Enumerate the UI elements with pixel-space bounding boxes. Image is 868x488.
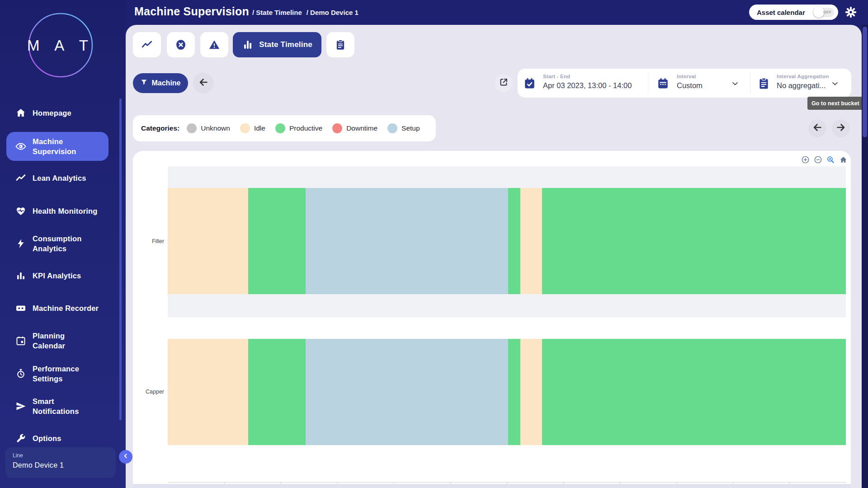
sidebar-item-planning-calendar[interactable]: Planning Calendar <box>0 325 118 356</box>
sidebar-item-label: Performance Settings <box>33 364 79 384</box>
segment-capper-productive[interactable] <box>542 339 846 445</box>
back-button[interactable] <box>193 73 214 94</box>
open-external-button[interactable] <box>495 74 513 92</box>
sidebar-collapse-button[interactable] <box>119 450 132 464</box>
wrench-icon <box>15 433 26 444</box>
heart-pulse-icon <box>15 206 26 216</box>
previous-bucket-button[interactable] <box>808 119 826 137</box>
sidebar-item-health-monitoring[interactable]: Health Monitoring <box>0 202 118 220</box>
tab-state-timeline[interactable]: State Timeline <box>233 32 321 57</box>
sidebar-item-performance-settings[interactable]: Performance Settings <box>0 358 118 389</box>
clipboard-list-icon <box>757 77 770 90</box>
sidebar-item-label: Options <box>33 433 61 443</box>
timeline-bars-icon <box>242 39 254 51</box>
legend-item-productive[interactable]: Productive <box>275 123 326 133</box>
chart-horizontal-scrollbar[interactable] <box>133 484 851 488</box>
legend-item-setup[interactable]: Setup <box>387 123 424 133</box>
interval-value: Custom <box>677 81 703 90</box>
gear-icon[interactable] <box>844 6 857 19</box>
page-scrollbar[interactable] <box>862 25 868 488</box>
segment-filler-productive[interactable] <box>508 188 521 294</box>
legend-color-dot <box>275 123 285 133</box>
device-panel-label: Line <box>13 452 108 459</box>
page-scrollbar-thumb[interactable] <box>863 27 867 137</box>
trend-icon <box>141 39 153 51</box>
segment-capper-idle[interactable] <box>520 339 542 445</box>
sidebar-item-smart-notifications[interactable]: Smart Notifications <box>0 391 118 422</box>
asset-calendar-toggle[interactable]: Asset calendar OFF <box>749 5 838 20</box>
chevron-down-icon <box>731 79 740 88</box>
tab-stops[interactable] <box>167 32 195 57</box>
machine-filter-button[interactable]: Machine <box>133 73 188 93</box>
segment-filler-productive[interactable] <box>542 188 846 294</box>
sidebar-item-label: Planning Calendar <box>33 331 65 351</box>
breadcrumb-segment[interactable]: / State Timeline <box>252 9 302 16</box>
legend-color-dot <box>387 123 397 133</box>
legend-item-label: Idle <box>254 124 265 132</box>
categories-legend: Categories: Unknown Idle Productive Down… <box>133 115 436 141</box>
sidebar-item-label: Lean Analytics <box>33 173 86 183</box>
clipboard-icon <box>335 39 346 51</box>
next-bucket-button[interactable] <box>832 119 850 137</box>
interval-select[interactable]: Interval Custom <box>648 69 750 98</box>
segment-filler-idle[interactable] <box>520 188 542 294</box>
sidebar-item-label: Machine Supervision <box>33 136 76 156</box>
legend-item-label: Unknown <box>201 124 230 132</box>
legend-color-dot <box>240 123 250 133</box>
sidebar-item-label: Consumption Analytics <box>33 234 82 253</box>
sidebar-scrollbar[interactable] <box>119 99 122 420</box>
device-panel-value: Demo Device 1 <box>13 461 108 469</box>
zoom-out-icon[interactable] <box>814 155 822 164</box>
start-end-label: Start - End <box>543 74 570 79</box>
content-area: State Timeline Machine Start - End Apr 0… <box>126 25 862 488</box>
segment-capper-idle[interactable] <box>168 339 248 445</box>
start-end-picker[interactable]: Start - End Apr 03 2023, 13:00 - 14:00 <box>518 69 648 98</box>
calendar-icon <box>15 335 26 346</box>
arrow-right-icon <box>835 122 846 135</box>
device-panel[interactable]: Line Demo Device 1 <box>5 447 116 478</box>
sidebar-item-label: Smart Notifications <box>33 396 79 416</box>
chart-toolbar <box>801 155 848 164</box>
cassette-icon <box>15 303 26 314</box>
legend-item-downtime[interactable]: Downtime <box>332 123 382 133</box>
legend-item-label: Setup <box>401 124 420 132</box>
legend-title: Categories: <box>141 124 179 132</box>
sidebar-item-lean-analytics[interactable]: Lean Analytics <box>0 169 118 187</box>
external-link-icon <box>499 77 509 89</box>
warning-icon <box>208 39 220 51</box>
chevron-left-icon <box>122 452 129 461</box>
sidebar-item-kpi-analytics[interactable]: KPI Analytics <box>0 267 118 285</box>
sidebar-item-consumption-analytics[interactable]: Consumption Analytics <box>0 228 118 259</box>
tab-trend[interactable] <box>133 32 161 57</box>
tab-report[interactable] <box>326 32 354 57</box>
sidebar-item-machine-supervision[interactable]: Machine Supervision <box>6 132 108 161</box>
legend-item-unknown[interactable]: Unknown <box>187 123 234 133</box>
breadcrumb-segment[interactable]: / Demo Device 1 <box>307 9 359 16</box>
sidebar-item-label: Health Monitoring <box>33 206 98 216</box>
stopwatch-icon <box>15 368 26 379</box>
reset-home-icon[interactable] <box>839 155 848 164</box>
zoom-in-icon[interactable] <box>801 155 810 164</box>
timeline-plot[interactable]: FillerCapper13:05:0013:10:0013:15:0013:2… <box>168 166 846 482</box>
sidebar-item-label: Homepage <box>33 108 71 118</box>
segment-capper-productive[interactable] <box>248 339 306 445</box>
legend-item-idle[interactable]: Idle <box>240 123 269 133</box>
segment-capper-productive[interactable] <box>508 339 521 445</box>
home-icon <box>15 108 26 118</box>
box-zoom-icon[interactable] <box>826 155 835 164</box>
sidebar-item-homepage[interactable]: Homepage <box>0 104 118 122</box>
legend-color-dot <box>332 123 342 133</box>
segment-filler-setup[interactable] <box>306 188 508 294</box>
segment-filler-idle[interactable] <box>168 188 248 294</box>
tab-alarms[interactable] <box>200 32 228 57</box>
aggregation-value: No aggregati... <box>777 81 826 90</box>
segment-filler-productive[interactable] <box>248 188 306 294</box>
segment-capper-setup[interactable] <box>306 339 508 445</box>
aggregation-select[interactable]: Interval Aggregation No aggregati... <box>750 69 851 98</box>
sidebar-item-machine-recorder[interactable]: Machine Recorder <box>0 299 118 317</box>
asset-calendar-switch[interactable]: OFF <box>813 8 834 17</box>
sidebar-item-options[interactable]: Options <box>0 429 118 447</box>
machine-filter-label: Machine <box>151 79 180 87</box>
tab-label: State Timeline <box>259 40 312 49</box>
topbar: Machine Supervision / State Timeline/ De… <box>126 0 868 25</box>
